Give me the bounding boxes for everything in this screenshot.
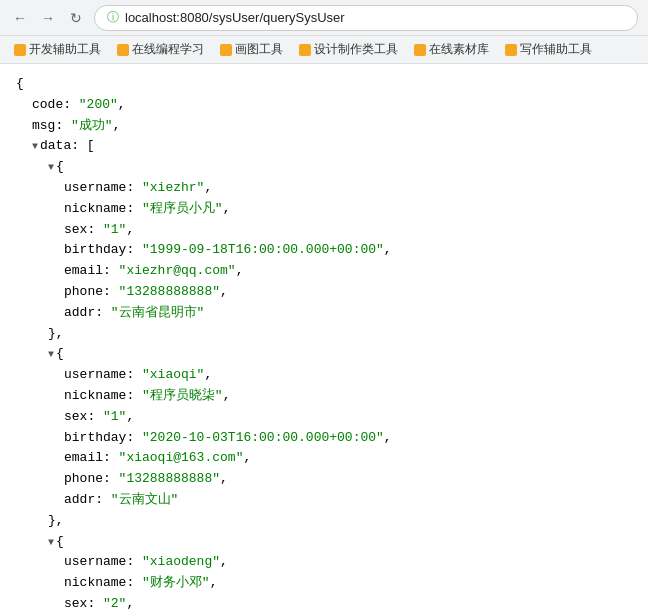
bookmark-item[interactable]: 设计制作类工具: [293, 39, 404, 60]
item3-nickname: nickname: "财务小邓",: [16, 573, 632, 594]
address-bar[interactable]: ⓘ localhost:8080/sysUser/querySysUser: [94, 5, 638, 31]
item1-phone: phone: "13288888888",: [16, 282, 632, 303]
root-open: {: [16, 74, 632, 95]
url-text: localhost:8080/sysUser/querySysUser: [125, 10, 345, 25]
back-button[interactable]: ←: [10, 8, 30, 28]
item2-email: email: "xiaoqi@163.com",: [16, 448, 632, 469]
item2-close: },: [16, 511, 632, 532]
bookmark-item[interactable]: 写作辅助工具: [499, 39, 598, 60]
item1-nickname: nickname: "程序员小凡",: [16, 199, 632, 220]
bookmark-label: 开发辅助工具: [29, 41, 101, 58]
bookmark-folder-icon: [220, 44, 232, 56]
bookmark-label: 在线编程学习: [132, 41, 204, 58]
item1-close: },: [16, 324, 632, 345]
item2-phone: phone: "13288888888",: [16, 469, 632, 490]
item2-birthday: birthday: "2020-10-03T16:00:00.000+00:00…: [16, 428, 632, 449]
bookmark-item[interactable]: 在线编程学习: [111, 39, 210, 60]
forward-button[interactable]: →: [38, 8, 58, 28]
lock-icon: ⓘ: [107, 9, 119, 26]
item3-username: username: "xiaodeng",: [16, 552, 632, 573]
bookmark-folder-icon: [117, 44, 129, 56]
bookmark-label: 写作辅助工具: [520, 41, 592, 58]
bookmark-label: 画图工具: [235, 41, 283, 58]
bookmarks-bar: 开发辅助工具在线编程学习画图工具设计制作类工具在线素材库写作辅助工具: [0, 36, 648, 64]
reload-button[interactable]: ↻: [66, 8, 86, 28]
data-line: ▼data: [: [16, 136, 632, 157]
bookmark-item[interactable]: 画图工具: [214, 39, 289, 60]
bookmark-folder-icon: [505, 44, 517, 56]
item2-nickname: nickname: "程序员晓柒",: [16, 386, 632, 407]
item3-sex: sex: "2",: [16, 594, 632, 613]
item1-email: email: "xiezhr@qq.com",: [16, 261, 632, 282]
item3-open: ▼{: [16, 532, 632, 553]
bookmark-folder-icon: [299, 44, 311, 56]
item1-addr: addr: "云南省昆明市": [16, 303, 632, 324]
bookmark-item[interactable]: 在线素材库: [408, 39, 495, 60]
json-content: { code: "200", msg: "成功", ▼data: [ ▼{ us…: [0, 64, 648, 613]
item2-sex: sex: "1",: [16, 407, 632, 428]
bookmark-label: 设计制作类工具: [314, 41, 398, 58]
item2-addr: addr: "云南文山": [16, 490, 632, 511]
browser-titlebar: ← → ↻ ⓘ localhost:8080/sysUser/querySysU…: [0, 0, 648, 36]
bookmark-item[interactable]: 开发辅助工具: [8, 39, 107, 60]
item1-open: ▼{: [16, 157, 632, 178]
item1-sex: sex: "1",: [16, 220, 632, 241]
bookmark-label: 在线素材库: [429, 41, 489, 58]
bookmark-folder-icon: [414, 44, 426, 56]
item1-birthday: birthday: "1999-09-18T16:00:00.000+00:00…: [16, 240, 632, 261]
code-line: code: "200",: [16, 95, 632, 116]
item2-username: username: "xiaoqi",: [16, 365, 632, 386]
item1-username: username: "xiezhr",: [16, 178, 632, 199]
msg-line: msg: "成功",: [16, 116, 632, 137]
bookmark-folder-icon: [14, 44, 26, 56]
item2-open: ▼{: [16, 344, 632, 365]
